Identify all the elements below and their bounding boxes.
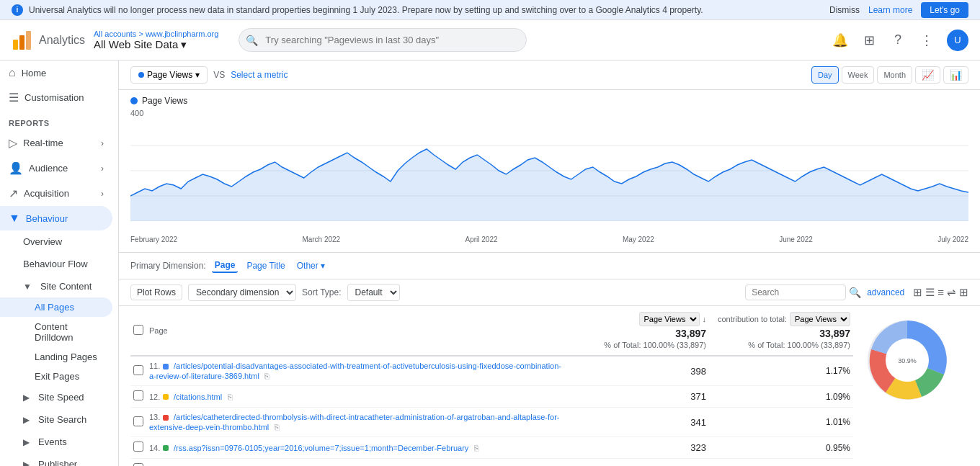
table-chart-view-icon[interactable]: ≡	[937, 286, 944, 299]
bar-chart-icon-button[interactable]: 📊	[943, 66, 968, 84]
external-link-icon[interactable]: ⎘	[275, 423, 280, 431]
svg-text:30.9%: 30.9%	[898, 357, 917, 364]
sidebar-item-events[interactable]: ▶ Events	[0, 431, 112, 453]
table-row: 13. /articles/catheterdirected-thromboly…	[130, 408, 853, 437]
sidebar-item-site-search[interactable]: ▶ Site Search	[0, 408, 112, 431]
x-label-feb: February 2022	[130, 236, 177, 243]
sidebar-item-behaviour-flow[interactable]: Behaviour Flow	[0, 253, 112, 275]
x-label-may: May 2022	[623, 236, 654, 243]
row-checkbox[interactable]	[133, 390, 143, 400]
sidebar-item-exit-pages[interactable]: Exit Pages	[0, 367, 112, 386]
dismiss-button[interactable]: Dismiss	[829, 5, 860, 15]
logo-area: Analytics	[12, 30, 85, 51]
external-link-icon[interactable]: ⎘	[474, 444, 479, 452]
contrib-metric-select[interactable]: Page Views	[790, 312, 850, 326]
row-checkbox[interactable]	[133, 463, 143, 466]
contribution-cell: 0.95%	[709, 437, 853, 459]
sort-type-select[interactable]: Default	[347, 284, 400, 301]
sidebar-item-realtime[interactable]: ▷ Real-time ›	[0, 130, 112, 156]
sidebar-label-content-drilldown: Content Drilldown	[35, 321, 104, 343]
sidebar-label-exit-pages: Exit Pages	[35, 371, 79, 382]
sidebar-item-acquisition[interactable]: ↗ Acquisition ›	[0, 181, 112, 206]
month-view-button[interactable]: Month	[877, 66, 912, 84]
sidebar-item-publisher[interactable]: ▶ Publisher	[0, 453, 112, 466]
notification-actions: Dismiss Learn more Let's go	[829, 2, 968, 18]
page-views-cell: 323	[565, 437, 709, 459]
metric-dot	[138, 72, 144, 78]
page-url-link[interactable]: /citations.html	[174, 393, 222, 401]
notifications-icon[interactable]: 🔔	[832, 32, 849, 49]
sidebar-item-overview[interactable]: Overview	[0, 230, 112, 253]
sidebar-item-content-drilldown[interactable]: Content Drilldown	[0, 317, 112, 347]
primary-dimension-label: Primary Dimension:	[130, 261, 206, 271]
sidebar-label-overview: Overview	[23, 236, 62, 247]
more-options-icon[interactable]: ⋮	[918, 32, 935, 49]
sidebar-item-site-content[interactable]: ▼ Site Content	[0, 275, 112, 297]
sidebar-label-site-content: Site Content	[40, 281, 92, 292]
table-search-input[interactable]	[745, 284, 846, 300]
learn-more-link[interactable]: Learn more	[868, 5, 912, 15]
site-search-expand-icon: ▶	[23, 415, 30, 425]
sidebar: ⌂ Home ☰ Customisation REPORTS ▷ Real-ti…	[0, 61, 119, 466]
dim-other-button[interactable]: Other ▾	[294, 259, 328, 272]
sidebar-item-audience[interactable]: 👤 Audience ›	[0, 156, 112, 181]
contrib-pct-value: 1.01%	[826, 417, 850, 427]
dim-page-button[interactable]: Page	[212, 259, 239, 273]
property-selector[interactable]: All Web Site Data ▾	[94, 38, 218, 51]
audience-icon: 👤	[9, 161, 23, 175]
line-chart-icon-button[interactable]: 📈	[915, 66, 940, 84]
page-views-total: 33,897	[675, 328, 706, 339]
table-row: 15. /rss.asp?issn=0976-0105;year=2015;vo…	[130, 459, 853, 467]
svg-rect-1	[19, 35, 24, 50]
sidebar-item-behaviour[interactable]: ▼ Behaviour	[0, 206, 112, 230]
row-checkbox[interactable]	[133, 365, 143, 375]
audience-expand-icon: ›	[101, 163, 104, 174]
select-all-checkbox[interactable]	[133, 325, 143, 335]
table-compare-view-icon[interactable]: ⇌	[947, 286, 956, 299]
sort-desc-icon: ↓	[703, 315, 707, 323]
sidebar-label-all-pages: All Pages	[35, 302, 74, 313]
table-list-view-icon[interactable]: ☰	[925, 286, 935, 299]
page-views-metric-button[interactable]: Page Views ▾	[130, 66, 208, 84]
dimension-bar: Primary Dimension: Page Page Title Other…	[119, 253, 980, 279]
page-views-metric-select[interactable]: Page Views	[639, 312, 700, 326]
sidebar-label-site-search: Site Search	[38, 414, 86, 425]
search-bar: 🔍	[239, 28, 527, 52]
page-color-icon	[163, 445, 169, 451]
search-input[interactable]	[239, 28, 527, 52]
row-checkbox[interactable]	[133, 442, 143, 452]
external-link-icon[interactable]: ⎘	[228, 393, 233, 401]
table-grid-view-icon[interactable]: ⊞	[913, 286, 922, 299]
x-label-apr: April 2022	[466, 236, 498, 243]
dim-page-title-button[interactable]: Page Title	[244, 259, 288, 272]
week-view-button[interactable]: Week	[842, 66, 875, 84]
sidebar-label-events: Events	[38, 436, 67, 447]
page-url-link[interactable]: /articles/catheterdirected-thrombolysis-…	[149, 413, 560, 431]
plot-rows-button[interactable]: Plot Rows	[130, 284, 182, 300]
chart-legend: Page Views	[130, 96, 968, 106]
page-views-column-header: Page Views ↓ 33,897 % of Total: 100.00% …	[565, 306, 709, 356]
sidebar-item-landing-pages[interactable]: Landing Pages	[0, 347, 112, 367]
day-view-button[interactable]: Day	[811, 66, 839, 84]
lets-go-button[interactable]: Let's go	[921, 2, 968, 18]
advanced-link[interactable]: advanced	[867, 287, 904, 297]
sidebar-item-customisation[interactable]: ☰ Customisation	[0, 85, 112, 110]
sidebar-item-all-pages[interactable]: All Pages	[0, 297, 112, 317]
grid-icon[interactable]: ⊞	[860, 32, 878, 49]
row-checkbox[interactable]	[133, 416, 143, 426]
page-views-cell: 341	[565, 408, 709, 437]
page-url-link[interactable]: /articles/potential-disadvantages-associ…	[149, 362, 561, 380]
contrib-pct-value: 1.09%	[826, 392, 850, 402]
sidebar-section-reports: REPORTS	[0, 110, 118, 130]
select-metric-link[interactable]: Select a metric	[231, 70, 288, 80]
external-link-icon[interactable]: ⎘	[264, 372, 270, 380]
sidebar-item-site-speed[interactable]: ▶ Site Speed	[0, 386, 112, 408]
user-avatar[interactable]: U	[947, 30, 968, 51]
table-pivot-view-icon[interactable]: ⊞	[959, 286, 968, 299]
breadcrumb[interactable]: All accounts > www.jbclinpharm.org	[94, 30, 218, 38]
page-url-link[interactable]: /rss.asp?issn=0976-0105;year=2016;volume…	[174, 444, 468, 452]
help-icon[interactable]: ?	[889, 32, 906, 49]
main-content: Page Views ▾ VS Select a metric Day Week…	[119, 61, 980, 466]
secondary-dimension-select[interactable]: Secondary dimension	[188, 284, 296, 301]
sidebar-item-home[interactable]: ⌂ Home	[0, 61, 112, 85]
